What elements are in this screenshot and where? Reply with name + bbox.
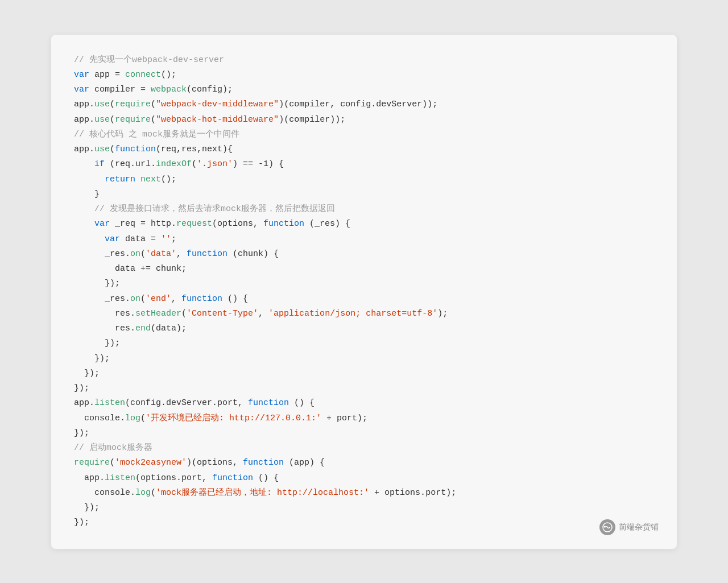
comment-line-1: // 先实现一个webpack-dev-server <box>74 55 224 65</box>
watermark: 前端杂货铺 <box>599 519 659 535</box>
keyword-var-1: var <box>74 70 89 80</box>
watermark-text: 前端杂货铺 <box>619 522 659 532</box>
code-card: // 先实现一个webpack-dev-server var app = con… <box>51 35 677 549</box>
svg-point-1 <box>604 526 606 527</box>
code-content: // 先实现一个webpack-dev-server var app = con… <box>74 53 654 531</box>
watermark-icon <box>599 519 615 535</box>
